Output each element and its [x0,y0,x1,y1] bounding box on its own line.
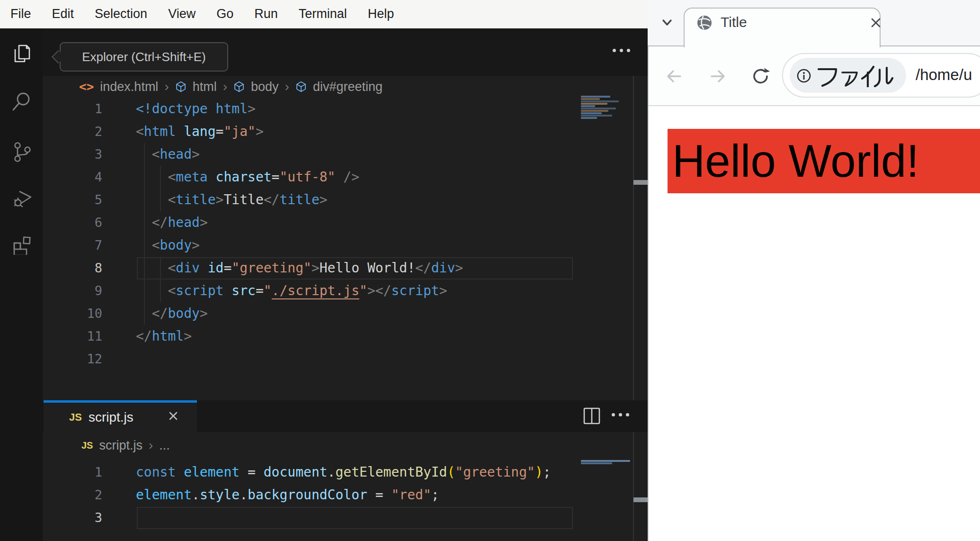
breadcrumb-separator: › [223,79,227,94]
js-file-icon: JS [69,411,82,424]
info-icon[interactable] [796,68,811,83]
line-number: 4 [43,166,102,189]
vscode-menu-bar: FileEditSelectionViewGoRunTerminalHelp [0,0,648,28]
menu-item-go[interactable]: Go [216,7,233,21]
back-icon[interactable] [665,67,683,85]
browser-tab-title: Title [721,14,747,30]
split-editor-icon[interactable] [582,406,601,425]
breadcrumb[interactable]: <>index.html›html›body›div#greeting [79,76,383,98]
greeting-div: Hello World! [668,129,980,193]
hello-world-text: Hello World! [668,129,980,193]
js-file-icon: JS [81,440,93,451]
panel-breadcrumb[interactable]: JSscript.js›... [81,433,170,458]
code-line[interactable]: 2<html lang="ja"> [43,120,633,143]
menu-item-terminal[interactable]: Terminal [299,7,347,21]
breadcrumb-symbol[interactable]: div#greeting [313,80,383,94]
html-code-editor[interactable]: 1<!doctype html>2<html lang="ja">3 <head… [43,98,648,372]
breadcrumb-file[interactable]: script.js [99,438,143,453]
file-scheme-chip-label [817,65,896,87]
line-number: 1 [43,461,102,484]
line-number: 3 [43,143,102,166]
forward-icon[interactable] [709,67,727,85]
vscode-activity-bar [0,28,43,541]
code-line[interactable]: 4 <meta charset="utf-8" /> [43,166,633,189]
line-number: 2 [43,120,102,143]
line-number: 12 [43,348,102,370]
line-number: 11 [43,325,102,348]
line-number: 10 [43,302,102,325]
browser-tab[interactable] [684,8,881,47]
reload-icon[interactable] [751,66,771,86]
tab-close-icon[interactable] [869,16,882,29]
scrollbar-thumb[interactable] [633,180,648,185]
html-file-icon: <> [79,80,94,94]
panel-more-actions-icon[interactable] [612,413,629,416]
symbol-cube-icon [295,81,307,92]
symbol-cube-icon [175,81,187,92]
menu-item-selection[interactable]: Selection [95,7,147,21]
code-line[interactable]: 9 <script src="./script.js"></script> [43,280,633,302]
breadcrumb-more[interactable]: ... [159,438,170,453]
line-number: 2 [43,484,102,506]
run-debug-icon[interactable] [11,188,33,209]
breadcrumb-separator: › [285,79,289,94]
menu-item-edit[interactable]: Edit [52,7,74,21]
screenshot-stage: FileEditSelectionViewGoRunTerminalHelp [0,0,980,541]
menu-item-run[interactable]: Run [254,7,278,21]
line-number: 6 [43,211,102,234]
code-line[interactable]: 2element.style.backgroundColor = "red"; [43,484,633,506]
scrollbar-track [633,432,634,541]
breadcrumb-symbol[interactable]: html [193,80,217,94]
line-number: 9 [43,280,102,302]
menu-item-view[interactable]: View [168,7,196,21]
code-line[interactable]: 1const element = document.getElementById… [43,461,633,484]
source-control-icon[interactable] [11,141,33,163]
breadcrumb-symbol[interactable]: body [251,80,279,94]
tab-close-icon[interactable] [167,409,180,423]
explorer-icon[interactable] [11,43,33,64]
code-line[interactable]: 6 </head> [43,211,633,234]
code-line[interactable]: 8 <div id="greeting">Hello World!</div> [43,257,633,280]
menu-item-file[interactable]: File [10,7,31,21]
symbol-cube-icon [233,81,245,92]
line-number: 1 [43,98,102,120]
code-line[interactable]: 1<!doctype html> [43,98,633,120]
scrollbar-thumb[interactable] [633,497,648,502]
search-icon[interactable] [11,91,33,113]
code-line[interactable]: 12 [43,348,633,370]
code-line[interactable]: 5 <title>Title</title> [43,189,633,211]
tab-label: script.js [89,410,134,425]
line-number: 3 [43,506,102,529]
line-number: 5 [43,189,102,211]
extensions-icon[interactable] [11,233,33,255]
explorer-tooltip: Explorer (Ctrl+Shift+E) [60,42,228,72]
code-line[interactable]: 11</html> [43,325,633,348]
chevron-down-icon[interactable] [660,15,674,29]
scrollbar-track [633,76,634,400]
menu-item-help[interactable]: Help [368,7,394,21]
line-number: 8 [43,257,102,280]
url-text[interactable]: /home/u [916,66,972,84]
code-line[interactable]: 3 <head> [43,143,633,166]
js-code-editor[interactable]: 1const element = document.getElementById… [43,461,648,541]
code-line[interactable]: 10 </body> [43,302,633,325]
code-line[interactable]: 7 <body> [43,234,633,257]
breadcrumb-separator: › [149,438,153,453]
code-line[interactable]: 3 [43,506,633,529]
line-number: 7 [43,234,102,257]
globe-icon [696,14,713,31]
breadcrumb-file[interactable]: index.html [100,80,158,94]
breadcrumb-separator: › [164,79,169,94]
editor-more-actions-icon[interactable] [613,49,630,52]
